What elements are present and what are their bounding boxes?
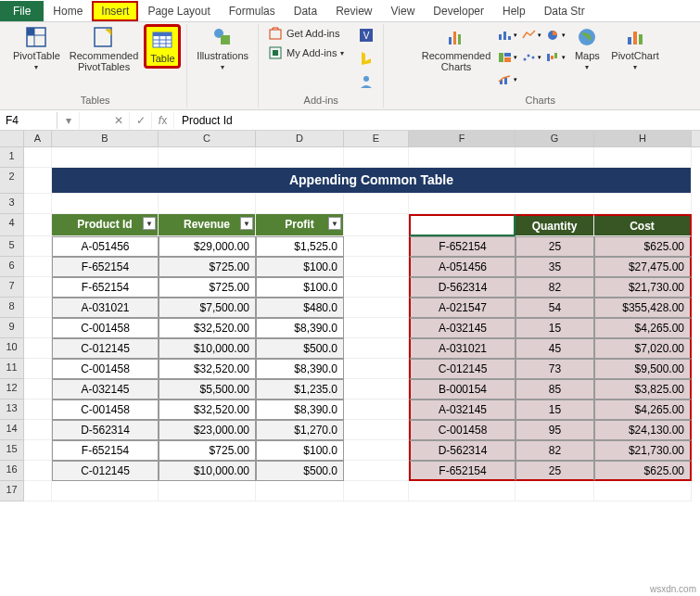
col-header-A[interactable]: A	[24, 131, 52, 146]
cell-G[interactable]	[515, 194, 594, 214]
table-cell[interactable]: $100.0	[256, 440, 344, 461]
get-addins-button[interactable]: Get Add-ins	[264, 24, 348, 43]
table-cell[interactable]: $1,525.0	[256, 236, 344, 257]
table-cell[interactable]: 15	[515, 318, 594, 338]
cell-F[interactable]	[409, 194, 515, 214]
right-header-cost[interactable]: Cost	[594, 214, 692, 236]
table-cell[interactable]: 15	[515, 399, 594, 420]
table-cell[interactable]: $725.00	[159, 257, 256, 277]
line-chart-icon[interactable]: ▾	[520, 24, 542, 46]
cell-F[interactable]	[409, 481, 515, 501]
illustrations-button[interactable]: Illustrations ▾	[193, 24, 252, 73]
table-cell[interactable]: $725.00	[159, 440, 256, 461]
table-cell[interactable]: D-562314	[52, 420, 159, 440]
table-cell[interactable]: B-000154	[409, 379, 515, 399]
table-cell[interactable]: $1,235.0	[256, 379, 344, 399]
row-header-16[interactable]: 16	[0, 461, 24, 481]
waterfall-chart-icon[interactable]: ▾	[544, 46, 566, 69]
table-cell[interactable]: $5,500.00	[159, 379, 256, 399]
table-cell[interactable]: 25	[515, 461, 594, 481]
cell-D[interactable]	[256, 147, 344, 168]
col-header-H[interactable]: H	[594, 131, 692, 146]
table-cell[interactable]: $725.00	[159, 277, 256, 298]
row-header-5[interactable]: 5	[0, 236, 24, 257]
left-header-product[interactable]: Product Id▼	[52, 214, 159, 236]
pie-chart-icon[interactable]: ▾	[544, 24, 566, 46]
recommended-pivottables-button[interactable]: Recommended PivotTables	[66, 24, 143, 74]
table-cell[interactable]: $1,270.0	[256, 420, 344, 440]
row-header-13[interactable]: 13	[0, 399, 24, 420]
filter-dropdown-icon[interactable]: ▼	[240, 217, 253, 230]
fx-icon[interactable]: fx	[152, 112, 174, 129]
table-cell[interactable]: $4,265.00	[594, 318, 692, 338]
tab-developer[interactable]: Developer	[424, 1, 493, 21]
row-header-2[interactable]: 2	[0, 168, 24, 194]
cell-H[interactable]	[594, 194, 692, 214]
table-cell[interactable]: D-562314	[409, 440, 515, 461]
cell-A[interactable]	[24, 194, 52, 214]
row-header-9[interactable]: 9	[0, 318, 24, 338]
table-cell[interactable]: $8,390.0	[256, 359, 344, 379]
table-cell[interactable]: $8,390.0	[256, 399, 344, 420]
table-cell[interactable]: A-031021	[409, 338, 515, 359]
table-cell[interactable]: $625.00	[594, 236, 692, 257]
cell-E[interactable]	[344, 481, 409, 501]
filter-dropdown-icon[interactable]: ▼	[143, 217, 156, 230]
cell-B[interactable]	[52, 147, 159, 168]
cell-E[interactable]	[344, 194, 409, 214]
cell-A[interactable]	[24, 147, 52, 168]
table-cell[interactable]: 54	[515, 298, 594, 318]
row-header-12[interactable]: 12	[0, 379, 24, 399]
left-header-profit[interactable]: Profit▼	[256, 214, 344, 236]
filter-dropdown-icon[interactable]: ▼	[328, 217, 341, 230]
tab-insert[interactable]: Insert	[92, 1, 138, 21]
row-header-8[interactable]: 8	[0, 298, 24, 318]
table-cell[interactable]: $4,265.00	[594, 399, 692, 420]
cell-C[interactable]	[159, 481, 256, 501]
table-cell[interactable]: $21,730.00	[594, 277, 692, 298]
col-header-C[interactable]: C	[159, 131, 256, 146]
table-cell[interactable]: $23,000.00	[159, 420, 256, 440]
table-cell[interactable]: $32,520.00	[159, 359, 256, 379]
cell-F[interactable]	[409, 147, 515, 168]
col-header-B[interactable]: B	[52, 131, 159, 146]
tab-file[interactable]: File	[0, 1, 44, 21]
table-cell[interactable]: F-652154	[52, 257, 159, 277]
table-cell[interactable]: A-021547	[409, 298, 515, 318]
table-cell[interactable]: $500.0	[256, 338, 344, 359]
table-cell[interactable]: 82	[515, 440, 594, 461]
select-all-corner[interactable]	[0, 131, 24, 146]
table-cell[interactable]: $32,520.00	[159, 399, 256, 420]
cell-H[interactable]	[594, 481, 692, 501]
tab-pagelayout[interactable]: Page Layout	[138, 1, 219, 21]
bing-icon[interactable]	[355, 47, 377, 70]
table-cell[interactable]: A-051456	[52, 236, 159, 257]
table-cell[interactable]: $100.0	[256, 257, 344, 277]
tab-help[interactable]: Help	[493, 1, 535, 21]
right-header-product[interactable]: Product Id	[409, 214, 515, 236]
row-header-14[interactable]: 14	[0, 420, 24, 440]
table-cell[interactable]: 95	[515, 420, 594, 440]
my-addins-button[interactable]: My Add-ins ▾	[264, 44, 348, 62]
table-cell[interactable]: 45	[515, 338, 594, 359]
table-cell[interactable]: $3,825.00	[594, 379, 692, 399]
row-header-3[interactable]: 3	[0, 194, 24, 214]
row-header-6[interactable]: 6	[0, 257, 24, 277]
table-cell[interactable]: $9,500.00	[594, 359, 692, 379]
tab-view[interactable]: View	[382, 1, 425, 21]
table-cell[interactable]: $7,020.00	[594, 338, 692, 359]
table-cell[interactable]: $355,428.00	[594, 298, 692, 318]
table-cell[interactable]: $32,520.00	[159, 318, 256, 338]
table-cell[interactable]: C-012145	[52, 461, 159, 481]
row-header-4[interactable]: 4	[0, 214, 24, 236]
recommended-charts-button[interactable]: Recommended Charts	[418, 24, 495, 74]
cell-C[interactable]	[159, 147, 256, 168]
table-cell[interactable]: A-032145	[409, 399, 515, 420]
table-cell[interactable]: A-032145	[52, 379, 159, 399]
table-cell[interactable]: F-652154	[409, 461, 515, 481]
table-cell[interactable]: $7,500.00	[159, 298, 256, 318]
table-cell[interactable]: F-652154	[52, 440, 159, 461]
table-cell[interactable]: 73	[515, 359, 594, 379]
col-header-F[interactable]: F	[409, 131, 515, 146]
cell-H[interactable]	[594, 147, 692, 168]
